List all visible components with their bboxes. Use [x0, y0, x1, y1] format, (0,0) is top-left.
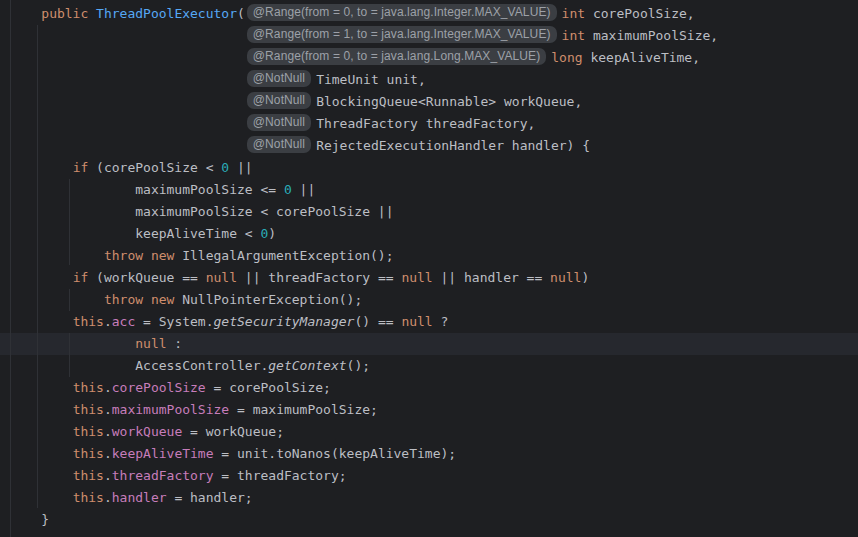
- code-token-plain: (workQueue ==: [88, 270, 205, 285]
- code-token-field: threadFactory: [112, 468, 214, 483]
- code-line: keepAliveTime < 0): [10, 223, 858, 245]
- code-token-kw: new: [151, 248, 174, 263]
- code-token-plain: .: [104, 314, 112, 329]
- code-token-plain: ?: [433, 314, 449, 329]
- code-token-kw: this: [73, 446, 104, 461]
- code-token-kw: if: [73, 270, 89, 285]
- code-line: throw new NullPointerException();: [10, 289, 858, 311]
- code-token-plain: TimeUnit unit,: [316, 72, 426, 87]
- code-token-plain: [10, 270, 73, 285]
- code-token-plain: [10, 138, 245, 153]
- inlay-hint-annotation: @NotNull: [247, 114, 311, 131]
- code-token-num: 0: [284, 182, 292, 197]
- code-token-plain: [10, 314, 73, 329]
- code-token-plain: RejectedExecutionHandler handler) {: [316, 138, 590, 153]
- code-token-plain: [10, 402, 73, 417]
- code-token-kw: this: [73, 424, 104, 439]
- code-token-kw: int: [562, 28, 585, 43]
- code-token-kw: new: [151, 292, 174, 307]
- code-token-plain: = System.: [135, 314, 213, 329]
- code-token-plain: || handler ==: [433, 270, 550, 285]
- code-token-kw: null: [206, 270, 237, 285]
- code-token-kw: this: [73, 468, 104, 483]
- code-token-field: workQueue: [112, 424, 182, 439]
- code-token-plain: [88, 6, 96, 21]
- code-line: this.keepAliveTime = unit.toNanos(keepAl…: [10, 443, 858, 465]
- code-token-kw: long: [551, 50, 582, 65]
- code-token-plain: [143, 248, 151, 263]
- code-token-field: corePoolSize: [112, 380, 206, 395]
- code-token-plain: ||: [292, 182, 315, 197]
- code-token-plain: keepAliveTime,: [583, 50, 700, 65]
- code-token-kw: null: [550, 270, 581, 285]
- code-token-field: handler: [112, 490, 167, 505]
- inlay-hint-annotation: @NotNull: [247, 136, 311, 153]
- code-token-plain: [10, 6, 41, 21]
- code-token-plain: [10, 292, 104, 307]
- code-token-plain: = threadFactory;: [214, 468, 347, 483]
- code-token-plain: [10, 160, 73, 175]
- code-token-plain: .: [104, 468, 112, 483]
- code-line: this.acc = System.getSecurityManager() =…: [10, 311, 858, 333]
- code-line: this.workQueue = workQueue;: [10, 421, 858, 443]
- code-line: AccessController.getContext();: [10, 355, 858, 377]
- code-token-static: getSecurityManager: [214, 314, 355, 329]
- code-line: @NotNullThreadFactory threadFactory,: [10, 113, 858, 135]
- code-token-kw: null: [401, 270, 432, 285]
- code-token-plain: .: [104, 402, 112, 417]
- inlay-hint-annotation: @NotNull: [247, 70, 311, 87]
- code-token-plain: }: [10, 512, 49, 527]
- code-token-plain: keepAliveTime <: [10, 226, 260, 241]
- code-token-field: acc: [112, 314, 135, 329]
- code-token-plain: NullPointerException();: [174, 292, 362, 307]
- code-line: if (workQueue == null || threadFactory =…: [10, 267, 858, 289]
- code-token-kw: this: [73, 380, 104, 395]
- code-token-kw: throw: [104, 292, 143, 307]
- code-token-kw: public: [41, 6, 88, 21]
- code-line: if (corePoolSize < 0 ||: [10, 157, 858, 179]
- code-token-plain: ): [581, 270, 589, 285]
- code-token-kw: null: [135, 336, 166, 351]
- code-line: maximumPoolSize <= 0 ||: [10, 179, 858, 201]
- code-token-plain: [10, 94, 245, 109]
- code-line: this.maximumPoolSize = maximumPoolSize;: [10, 399, 858, 421]
- code-token-plain: [10, 50, 245, 65]
- code-token-plain: || threadFactory ==: [237, 270, 401, 285]
- code-token-field: maximumPoolSize: [112, 402, 229, 417]
- inlay-hint-annotation: @NotNull: [247, 92, 311, 109]
- code-editor[interactable]: public ThreadPoolExecutor(@Range(from = …: [0, 0, 858, 537]
- code-token-plain: .: [104, 424, 112, 439]
- code-token-plain: (: [237, 6, 245, 21]
- inlay-hint-annotation: @Range(from = 0, to = java.lang.Long.MAX…: [247, 48, 546, 65]
- code-line: @Range(from = 1, to = java.lang.Integer.…: [10, 25, 858, 47]
- code-line: this.threadFactory = threadFactory;: [10, 465, 858, 487]
- code-line: @NotNullRejectedExecutionHandler handler…: [10, 135, 858, 157]
- code-token-plain: IllegalArgumentException();: [174, 248, 393, 263]
- inlay-hint-annotation: @Range(from = 1, to = java.lang.Integer.…: [247, 26, 557, 43]
- code-line: this.handler = handler;: [10, 487, 858, 509]
- code-token-kw: this: [73, 490, 104, 505]
- code-token-plain: corePoolSize,: [585, 6, 695, 21]
- code-token-kw: this: [73, 402, 104, 417]
- code-token-plain: ||: [229, 160, 252, 175]
- code-token-kw: throw: [104, 248, 143, 263]
- code-token-plain: :: [167, 336, 183, 351]
- code-token-num: 0: [221, 160, 229, 175]
- code-token-plain: [10, 72, 245, 87]
- code-token-plain: ): [268, 226, 276, 241]
- code-token-plain: .: [104, 446, 112, 461]
- code-token-plain: = handler;: [167, 490, 253, 505]
- inlay-hint-annotation: @Range(from = 0, to = java.lang.Integer.…: [247, 4, 557, 21]
- code-token-plain: [10, 248, 104, 263]
- code-token-field: keepAliveTime: [112, 446, 214, 461]
- code-token-plain: () ==: [354, 314, 401, 329]
- code-line: null :: [10, 333, 858, 355]
- code-token-plain: [143, 292, 151, 307]
- code-token-plain: [10, 490, 73, 505]
- code-token-plain: maximumPoolSize,: [585, 28, 718, 43]
- code-token-plain: [10, 424, 73, 439]
- code-token-plain: AccessController.: [10, 358, 268, 373]
- code-token-plain: = workQueue;: [182, 424, 284, 439]
- code-line: this.corePoolSize = corePoolSize;: [10, 377, 858, 399]
- code-token-kw: this: [73, 314, 104, 329]
